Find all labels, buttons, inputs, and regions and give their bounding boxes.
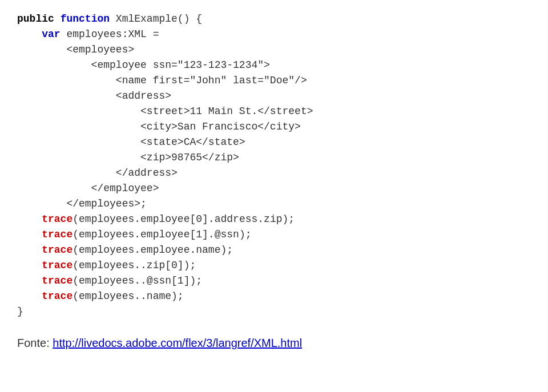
fonte-line: Fonte: http://livedocs.adobe.com/flex/3/… [17,337,531,350]
code-line-line8: <city>San Francisco</city> [17,119,531,135]
code-line-line5: <name first="John" last="Doe"/> [17,73,531,88]
code-line-line19: trace(employees..name); [17,289,531,304]
code-line-line13: </employees>; [17,196,531,212]
code-line-line15: trace(employees.employee[1].@ssn); [17,227,531,243]
code-line-line3: <employees> [17,42,531,58]
code-block: public function XmlExample() { var emplo… [17,11,531,320]
code-line-line2: var employees:XML = [17,27,531,42]
code-line-line18: trace(employees..@ssn[1]); [17,273,531,289]
fonte-label: Fonte: [17,337,53,349]
code-line-line17: trace(employees..zip[0]); [17,258,531,273]
code-line-line9: <state>CA</state> [17,135,531,150]
code-line-line7: <street>11 Main St.</street> [17,104,531,119]
code-line-line12: </employee> [17,181,531,196]
code-line-line10: <zip>98765</zip> [17,150,531,165]
code-line-line6: <address> [17,88,531,104]
fonte-link[interactable]: http://livedocs.adobe.com/flex/3/langref… [53,337,302,349]
code-line-line16: trace(employees.employee.name); [17,243,531,258]
code-line-line1: public function XmlExample() { [17,11,531,27]
code-line-line4: <employee ssn="123-123-1234"> [17,58,531,73]
code-line-line20: } [17,304,531,320]
code-line-line14: trace(employees.employee[0].address.zip)… [17,212,531,227]
code-line-line11: </address> [17,165,531,181]
